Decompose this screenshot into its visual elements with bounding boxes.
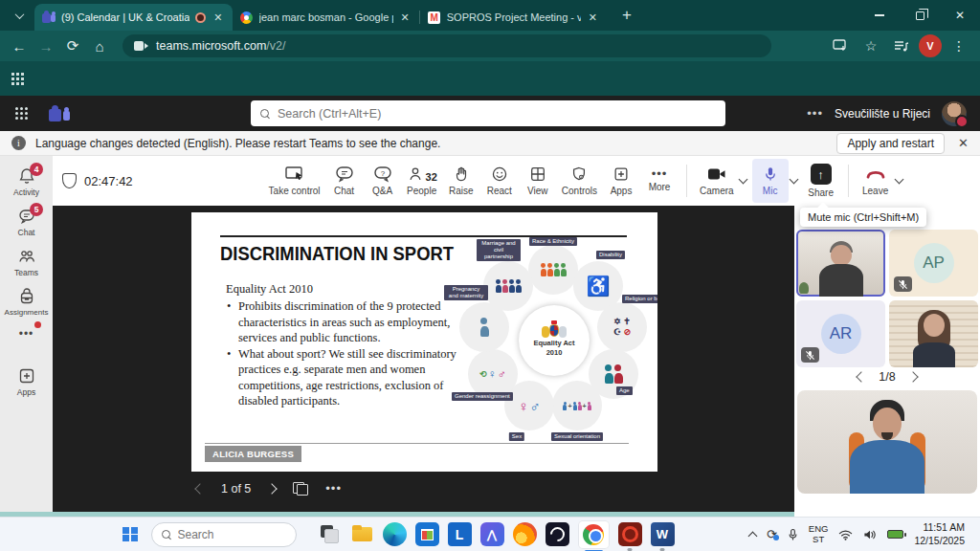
people-button[interactable]: 32 People (403, 159, 441, 203)
camera-icon (706, 165, 727, 183)
diagram-label: Disability (596, 251, 625, 259)
previous-slide-icon[interactable] (194, 483, 205, 494)
more-button[interactable]: ••• More (641, 159, 678, 203)
spotlight-video-tile[interactable] (797, 390, 977, 494)
previous-page-icon[interactable] (857, 371, 867, 382)
apps-button[interactable]: Apps (603, 159, 639, 203)
dismiss-notification-icon[interactable]: ✕ (958, 136, 969, 150)
participant-initials: AR (821, 314, 861, 354)
reload-icon[interactable]: ⟳ (59, 33, 86, 59)
diagram-label: Marriage and civil partnership (477, 239, 521, 261)
teams-logo-icon[interactable] (49, 105, 70, 122)
start-button-icon[interactable] (122, 527, 138, 542)
apply-and-restart-button[interactable]: Apply and restart (836, 133, 945, 154)
tab-google-search[interactable]: jean marc bosman - Google pr ✕ (233, 4, 419, 31)
leave-button[interactable]: Leave (858, 159, 894, 203)
tab-search-icon[interactable] (8, 4, 31, 27)
language-indicator[interactable]: ENGST (809, 524, 829, 545)
tab-gmail-meeting[interactable]: M SOPROS Project Meeting - vanj ✕ (420, 4, 607, 31)
sidebar-item-chat[interactable]: 5 Chat (0, 202, 53, 242)
microsoft-store-icon[interactable] (415, 522, 439, 546)
tile-pagination: 1/8 (794, 370, 980, 384)
file-explorer-icon[interactable] (350, 522, 374, 546)
browser-menu-icon[interactable]: ⋮ (946, 33, 972, 59)
home-icon[interactable]: ⌂ (86, 33, 113, 59)
minimize-button[interactable] (859, 0, 900, 31)
sidebar-more-icon[interactable]: ••• (19, 321, 34, 346)
participant-video-tile[interactable] (889, 300, 978, 367)
header-more-icon[interactable]: ••• (807, 106, 823, 121)
url-field[interactable]: teams.microsoft.com/v2/ (122, 34, 771, 57)
taskbar-search-box[interactable] (151, 522, 297, 547)
battery-icon[interactable] (887, 530, 903, 539)
firefox-icon[interactable] (513, 522, 537, 546)
browser-profile-avatar[interactable]: V (919, 34, 942, 57)
mic-options-chevron[interactable] (789, 174, 798, 184)
close-button[interactable]: ✕ (940, 0, 980, 31)
tray-expand-icon[interactable] (747, 531, 757, 540)
taskbar-search-input[interactable] (178, 528, 286, 541)
send-to-device-icon[interactable] (827, 33, 854, 59)
camera-options-chevron[interactable] (738, 174, 747, 184)
react-button[interactable]: React (481, 159, 518, 203)
forward-icon[interactable]: → (33, 33, 59, 59)
app-launcher-icon[interactable] (15, 107, 28, 120)
nova-app-icon[interactable]: ⋀ (480, 522, 504, 546)
slide-more-icon[interactable]: ••• (325, 481, 342, 496)
participant-initials-tile[interactable]: AP (889, 230, 978, 297)
next-page-icon[interactable] (907, 371, 918, 382)
camera-button[interactable]: Camera (696, 159, 738, 203)
female-icon: ♀ (518, 399, 528, 413)
search-input[interactable] (278, 107, 716, 121)
sidebar-item-activity[interactable]: 4 Activity (0, 162, 53, 202)
restore-button[interactable] (900, 0, 940, 31)
back-icon[interactable]: ← (6, 33, 33, 59)
sidebar-item-assignments[interactable]: Assignments (0, 282, 53, 321)
leave-options-chevron[interactable] (894, 174, 903, 184)
pinned-apps-icon[interactable] (11, 73, 24, 85)
chat-button[interactable]: Chat (326, 159, 363, 203)
qa-button[interactable]: ? Q&A (365, 159, 401, 203)
user-avatar[interactable] (942, 101, 967, 126)
participant-initials-tile[interactable]: AR (796, 300, 885, 367)
wifi-icon[interactable] (838, 529, 853, 540)
tab-close-icon[interactable]: ✕ (587, 11, 599, 25)
word-icon[interactable]: W (651, 522, 675, 546)
raise-hand-button[interactable]: Raise (443, 159, 479, 203)
sync-status-icon[interactable]: ⟳ (767, 527, 777, 541)
edge-browser-icon[interactable] (383, 522, 407, 546)
view-button[interactable]: View (520, 159, 556, 203)
slide-bullet: What about sport? We still see discrimin… (226, 346, 463, 408)
l-app-icon[interactable]: L (448, 522, 472, 546)
system-tray: ⟳ ENGST 11:51 AM12/15/2025 (749, 521, 970, 546)
participant-video-tile[interactable] (796, 230, 885, 297)
tab-teams-calendar[interactable]: (9) Calendar | UK & Croatia ✕ (34, 4, 233, 31)
sidebar-item-teams[interactable]: Teams (0, 242, 53, 282)
slide[interactable]: DISCRIMINATION IN SPORT Equality Act 201… (191, 212, 657, 472)
controls-button[interactable]: Controls (558, 159, 601, 203)
slide-subtitle: Equality Act 2010 (226, 281, 463, 297)
speedtest-icon[interactable] (546, 522, 569, 546)
chrome-active-icon[interactable] (578, 520, 610, 549)
speaker-icon[interactable] (863, 529, 877, 540)
tab-close-icon[interactable]: ✕ (212, 11, 224, 25)
male-icon: ♂ (530, 399, 541, 413)
clock[interactable]: 11:51 AM12/15/2025 (914, 521, 965, 546)
next-slide-icon[interactable] (267, 483, 278, 494)
camera-permission-icon[interactable] (134, 41, 148, 51)
task-view-icon[interactable] (318, 522, 342, 546)
bookmark-star-icon[interactable]: ☆ (858, 33, 884, 59)
tab-close-icon[interactable]: ✕ (399, 11, 412, 25)
tray-mic-icon[interactable] (788, 528, 798, 541)
teams-search-box[interactable] (251, 100, 725, 126)
acrobat-icon[interactable] (618, 522, 642, 546)
slide-grid-icon[interactable] (293, 482, 308, 496)
mic-button[interactable]: Mic (752, 159, 789, 203)
take-control-button[interactable]: Take control (265, 159, 324, 203)
media-controls-icon[interactable] (888, 33, 915, 59)
org-name[interactable]: Sveučilište u Rijeci (835, 107, 930, 121)
new-tab-button[interactable]: + (616, 6, 637, 25)
share-button[interactable]: ↑ Share (803, 159, 839, 203)
sidebar-item-apps[interactable]: Apps (0, 362, 53, 402)
search-icon (162, 530, 171, 540)
